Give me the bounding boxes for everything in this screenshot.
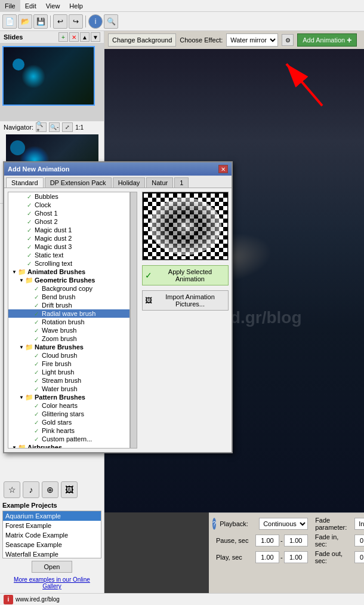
- menu-file[interactable]: File: [0, 0, 20, 12]
- svg-line-1: [286, 64, 322, 106]
- zoom-in-btn[interactable]: 🔍+: [36, 122, 47, 132]
- bottom-icons: ☆ ♪ ⊕ 🖼: [0, 478, 104, 502]
- tree-item[interactable]: ▼📁Airbrushes: [8, 443, 129, 449]
- info-icon: i: [4, 595, 13, 604]
- tree-item[interactable]: ✓Magic dust 2: [8, 234, 129, 242]
- move-down-btn[interactable]: ▼: [91, 32, 100, 42]
- menu-help[interactable]: Help: [64, 0, 88, 12]
- tree-item[interactable]: ✓Static text: [8, 251, 129, 259]
- pause-spin: -: [255, 535, 308, 546]
- tab-dp-extension[interactable]: DP Extension Pack: [45, 177, 112, 188]
- tree-item[interactable]: ✓Background copy: [8, 284, 129, 293]
- tree-item[interactable]: ▼📁Nature Brushes: [8, 343, 129, 351]
- tree-item[interactable]: ✓Magic dust 1: [8, 226, 129, 234]
- tree-item[interactable]: ▼📁Pattern Brushes: [8, 393, 129, 401]
- star-btn[interactable]: ☆: [4, 481, 20, 498]
- tree-item[interactable]: ✓Water brush: [8, 385, 129, 393]
- project-item[interactable]: Matrix Code Example: [3, 530, 101, 540]
- tree-item[interactable]: ✓Gold stars: [8, 418, 129, 426]
- project-item[interactable]: Aquarium Example: [3, 511, 101, 521]
- tree-item[interactable]: ▼📁Animated Brushes: [8, 268, 129, 276]
- image-btn[interactable]: 🖼: [61, 481, 78, 498]
- menu-view[interactable]: View: [41, 0, 65, 12]
- more-examples-link[interactable]: More examples in our Online Gallery: [2, 575, 101, 591]
- slide-0-thumb[interactable]: Slide 0: [2, 46, 95, 106]
- toolbar-search[interactable]: 🔍: [104, 14, 118, 29]
- change-bg-btn[interactable]: Change Background: [108, 33, 176, 47]
- fade-param-select[interactable]: Intensity Opacity: [354, 518, 364, 530]
- zoom-1-1[interactable]: 1:1: [75, 124, 84, 131]
- tab-1[interactable]: 1: [174, 177, 189, 188]
- tab-standard[interactable]: Standard: [6, 177, 44, 188]
- tree-item[interactable]: ✓Stream brush: [8, 376, 129, 385]
- tree-item[interactable]: ✓Fire brush: [8, 360, 129, 368]
- tree-item[interactable]: ✓Glittering stars: [8, 410, 129, 418]
- tree-item[interactable]: ✓Bubbles: [8, 192, 129, 201]
- tree-item[interactable]: ✓Ghost 1: [8, 209, 129, 217]
- effect-settings-btn[interactable]: ⚙: [282, 34, 294, 46]
- delete-slide-btn[interactable]: ✕: [69, 32, 79, 42]
- open-button[interactable]: Open: [32, 561, 73, 573]
- tree-item[interactable]: ✓Custom pattern...: [8, 435, 129, 443]
- pause-input2[interactable]: [284, 535, 308, 546]
- toolbar-open[interactable]: 📂: [18, 14, 32, 29]
- tree-item-label: Magic dust 2: [35, 235, 72, 242]
- tree-item[interactable]: ✓Cloud brush: [8, 351, 129, 360]
- menu-edit[interactable]: Edit: [20, 0, 41, 12]
- tab-holiday[interactable]: Holiday: [113, 177, 146, 188]
- tree-item-label: Zoom brush: [42, 335, 77, 342]
- tree-scrollbar[interactable]: [130, 192, 137, 449]
- tree-item-label: Ghost 2: [35, 218, 58, 225]
- dialog-close-btn[interactable]: ✕: [218, 165, 228, 173]
- pause-input1[interactable]: [255, 535, 279, 546]
- import-animation-btn[interactable]: 🖼 Import Animation Pictures...: [142, 290, 229, 311]
- zoom-fit-btn[interactable]: ⤢: [62, 122, 73, 132]
- example-projects: Example Projects Aquarium ExampleForest …: [0, 502, 104, 593]
- tree-item[interactable]: ✓Scrolling text: [8, 259, 129, 268]
- zoom-out-btn[interactable]: 🔍-: [49, 122, 60, 132]
- toolbar-undo[interactable]: ↩: [53, 14, 67, 29]
- tree-item[interactable]: ✓Drift brush: [8, 301, 129, 309]
- tree-item[interactable]: ✓Color hearts: [8, 401, 129, 410]
- tree-item[interactable]: ✓Bend brush: [8, 293, 129, 301]
- tree-item[interactable]: ✓Clock: [8, 201, 129, 209]
- fade-out-input[interactable]: [354, 551, 364, 563]
- tree-item[interactable]: ▼📁Geometric Brushes: [8, 276, 129, 284]
- tree-item[interactable]: ✓Ghost 2: [8, 217, 129, 226]
- tree-item[interactable]: ✓Radial wave brush: [8, 309, 129, 318]
- project-item[interactable]: Forest Example: [3, 521, 101, 530]
- tree-item-label: Light brush: [42, 368, 74, 376]
- music-btn[interactable]: ♪: [23, 481, 39, 498]
- add-slide-btn[interactable]: +: [58, 32, 68, 42]
- tree-item[interactable]: ✓Light brush: [8, 368, 129, 376]
- project-item[interactable]: Seascape Example: [3, 540, 101, 549]
- apply-animation-btn[interactable]: ✓ Apply Selected Animation: [142, 265, 229, 285]
- toolbar-new[interactable]: 📄: [2, 14, 17, 29]
- help-button[interactable]: ?: [212, 518, 216, 530]
- tree-item[interactable]: ✓Wave brush: [8, 326, 129, 334]
- tree-item-label: Nature Brushes: [35, 343, 84, 351]
- toolbar-save[interactable]: 💾: [33, 14, 48, 29]
- animation-tree[interactable]: ✓Bubbles✓Clock✓Ghost 1✓Ghost 2✓Magic dus…: [8, 192, 130, 449]
- tree-item[interactable]: ✓Rotation brush: [8, 318, 129, 326]
- tree-item[interactable]: ✓Magic dust 3: [8, 242, 129, 251]
- play-input2[interactable]: [284, 551, 308, 563]
- tree-item-label: Wave brush: [42, 327, 76, 334]
- project-item[interactable]: Waterfall Example: [3, 549, 101, 558]
- pause-label: Pause, sec: [216, 537, 252, 544]
- play-input1[interactable]: [255, 551, 279, 563]
- fade-in-input[interactable]: [354, 535, 364, 546]
- move-up-btn[interactable]: ▲: [80, 32, 90, 42]
- project-list[interactable]: Aquarium ExampleForest ExampleMatrix Cod…: [2, 511, 101, 558]
- playback-select[interactable]: Continuous Once Loop: [259, 518, 308, 530]
- tree-item-label: Magic dust 1: [35, 226, 72, 234]
- toolbar-redo[interactable]: ↪: [69, 14, 83, 29]
- tree-item[interactable]: ✓Zoom brush: [8, 334, 129, 343]
- add-animation-btn[interactable]: Add Animation +: [297, 33, 357, 47]
- add-btn[interactable]: ⊕: [42, 481, 58, 498]
- effect-select[interactable]: Water mirror None Ripple: [226, 33, 278, 47]
- checker-svg: [144, 194, 227, 259]
- tab-nature[interactable]: Natur: [146, 177, 173, 188]
- toolbar-info[interactable]: i: [88, 14, 103, 29]
- tree-item[interactable]: ✓Pink hearts: [8, 426, 129, 435]
